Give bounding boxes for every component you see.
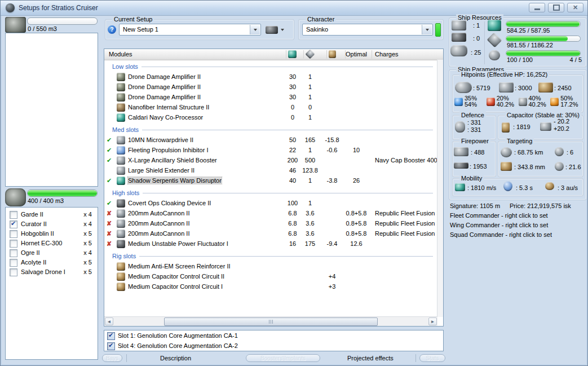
module-row[interactable]: Fleeting Propulsion Inhibitor I 22 1 -0.… — [104, 145, 437, 156]
ship-menu-button[interactable] — [266, 24, 289, 36]
scroll-right-icon[interactable]: ► — [428, 318, 437, 325]
mobility-title: Mobility — [459, 175, 484, 182]
drone-checkbox[interactable] — [10, 259, 17, 267]
module-row[interactable]: Medium Capacitor Control Circuit I +3 — [104, 282, 437, 292]
module-row[interactable]: Drone Damage Amplifier II 30 1 — [104, 82, 437, 92]
charges-column-header: Charges — [375, 51, 399, 58]
drone-damage-amplifier-icon — [117, 93, 125, 102]
vertical-scrollbar[interactable] — [437, 60, 443, 317]
module-row[interactable]: Nanofiber Internal Structure II 0 0 — [104, 103, 437, 113]
module-name: Medium Anti-EM Screen Reinforcer II — [128, 263, 231, 270]
module-row[interactable]: 200mm AutoCannon II 6.8 3.6 0.8+5.8 Repu… — [104, 219, 437, 229]
calibration-usage-bar — [506, 50, 581, 56]
drone-list-item[interactable]: Salvage Drone I x 5 — [6, 268, 98, 277]
implant-checkbox[interactable] — [107, 342, 115, 350]
bottom-tab[interactable]: Bays — [102, 354, 122, 362]
targeting-title: Targeting — [505, 138, 534, 144]
module-row[interactable]: X-Large Ancillary Shield Booster 200 500… — [104, 156, 437, 166]
module-row[interactable]: 200mm AutoCannon II 6.8 3.6 0.8+5.8 Repu… — [104, 209, 437, 219]
dropdown-arrow-icon[interactable] — [422, 25, 432, 34]
module-cpu: 50 — [285, 136, 300, 143]
character-skill-bar — [435, 23, 441, 37]
character-select[interactable]: Sakinko — [302, 24, 433, 36]
implant-slot-row[interactable]: Slot 1: Genolution Core Augmentation CA-… — [104, 332, 443, 341]
module-row[interactable]: Shadow Serpentis Warp Disruptor 40 1 -3.… — [104, 176, 437, 186]
module-capacitor: +3 — [323, 283, 341, 290]
dropdown-arrow-icon[interactable] — [250, 25, 260, 34]
shield-hp-value: : 5719 — [473, 85, 490, 91]
bottom-tab[interactable]: Stats — [419, 354, 445, 362]
module-capacitor: -3.8 — [323, 177, 341, 184]
modules-header[interactable]: Modules Optimal Charges — [104, 49, 443, 60]
help-icon[interactable]: ? — [108, 25, 116, 34]
module-cpu: 30 — [285, 94, 300, 100]
drone-checkbox[interactable] — [10, 230, 17, 238]
scroll-left-icon[interactable]: ◄ — [105, 318, 113, 325]
module-optimal: 10 — [344, 147, 368, 153]
module-row[interactable]: Large Shield Extender II 46 123.8 — [104, 166, 437, 176]
module-row[interactable]: Medium Capacitor Control Circuit II +4 — [104, 272, 437, 282]
implant-checkbox[interactable] — [107, 332, 115, 340]
launcher-hardpoint-icon — [452, 33, 466, 42]
scrollbar-thumb[interactable] — [164, 318, 377, 326]
wing-commander-setter[interactable]: Wing Commander - right click to set — [450, 222, 548, 228]
co-processor-icon — [117, 113, 125, 122]
module-status-icon — [107, 157, 114, 164]
hitpoints-box: Hitpoints (Effective HP: 16,252) : 5719 … — [452, 74, 583, 113]
module-cpu: 6.8 — [285, 210, 300, 217]
drone-checkbox[interactable] — [10, 268, 17, 276]
module-name: Medium Capacitor Control Circuit I — [128, 283, 223, 290]
fleet-commander-setter[interactable]: Fleet Commander - right click to set — [450, 212, 548, 219]
hull-hp-value: : 2450 — [554, 85, 572, 91]
squad-commander-setter[interactable]: Squad Commander - right click to set — [450, 231, 552, 238]
slot-section-header: High slots — [104, 187, 437, 199]
calibration-usage-text: 100 / 100 — [507, 56, 533, 63]
module-row[interactable]: 200mm AutoCannon II 6.8 3.6 0.8+5.8 Repu… — [104, 229, 437, 239]
title-bar[interactable]: Setups for Stratios Cruiser ✕ — [1, 1, 587, 16]
module-status-icon — [107, 240, 114, 248]
drone-list[interactable]: Garde II x 4 Curator II x 4 Hobgoblin II… — [5, 207, 98, 360]
drone-list-item[interactable]: Garde II x 4 — [6, 210, 98, 220]
drone-checkbox[interactable] — [10, 240, 17, 248]
horizontal-scrollbar[interactable]: ◄ ► — [104, 316, 437, 326]
implant-slots-panel: Slot 1: Genolution Core Augmentation CA-… — [104, 330, 444, 351]
modules-panel: Modules Optimal Charges Low slots — [104, 48, 444, 327]
module-charge: Republic Fleet Fusion S — [375, 220, 437, 227]
module-row[interactable]: Medium Anti-EM Screen Reinforcer II — [104, 262, 437, 272]
setups-window: Setups for Stratios Cruiser ✕ 0 / 550 m3… — [0, 0, 588, 366]
drone-list-item[interactable]: Hobgoblin II x 5 — [6, 230, 98, 239]
drone-name: Acolyte II — [21, 259, 46, 266]
capacitor-box: Capacitor (Stable at: 30%) : 1819 - 20.2… — [498, 115, 583, 140]
maximize-button[interactable] — [548, 3, 564, 12]
module-row[interactable]: Caldari Navy Co-Processor 0 1 — [104, 113, 437, 123]
module-powergrid: 1 — [302, 83, 319, 90]
drone-list-item[interactable]: Curator II x 4 — [6, 220, 98, 230]
close-button[interactable]: ✕ — [567, 3, 583, 12]
drone-checkbox[interactable] — [10, 249, 17, 257]
module-row[interactable]: Drone Damage Amplifier II 30 1 — [104, 92, 437, 103]
launcher-count: : 0 — [473, 35, 480, 42]
module-name: Drone Damage Amplifier II — [128, 73, 201, 80]
module-row[interactable]: 10MN Microwarpdrive II 50 165 -15.8 — [104, 135, 437, 145]
bottom-tab[interactable]: Boosters\Implants — [246, 354, 320, 362]
drone-list-item[interactable]: Acolyte II x 5 — [6, 258, 98, 268]
defence-title: Defence — [459, 112, 486, 118]
setup-select[interactable]: New Setup 1 — [119, 24, 261, 36]
drone-checkbox[interactable] — [10, 211, 17, 219]
cargo-list[interactable] — [5, 33, 98, 187]
drone-list-item[interactable]: Ogre II x 4 — [6, 249, 98, 258]
bottom-tab[interactable]: Projected effects — [347, 354, 394, 362]
minimize-button[interactable] — [529, 3, 545, 12]
implant-slot-row[interactable]: Slot 4: Genolution Core Augmentation CA-… — [104, 342, 443, 351]
bottom-tab[interactable]: Description — [160, 354, 191, 362]
module-cpu: 22 — [285, 147, 300, 153]
module-row[interactable]: Medium Unstable Power Fluctuator I 16 17… — [104, 239, 437, 249]
module-row[interactable]: Drone Damage Amplifier II 30 1 — [104, 72, 437, 82]
module-row[interactable]: Covert Ops Cloaking Device II 100 1 — [104, 199, 437, 209]
autocannon-icon — [117, 219, 125, 228]
module-powergrid: 0 — [302, 104, 319, 111]
slot-section: Rig slots Medium Anti-EM Screen Reinforc… — [104, 250, 437, 292]
drone-list-item[interactable]: Hornet EC-300 x 5 — [6, 239, 98, 249]
drone-checkbox[interactable] — [10, 221, 17, 228]
drone-name: Hobgoblin II — [21, 230, 54, 237]
